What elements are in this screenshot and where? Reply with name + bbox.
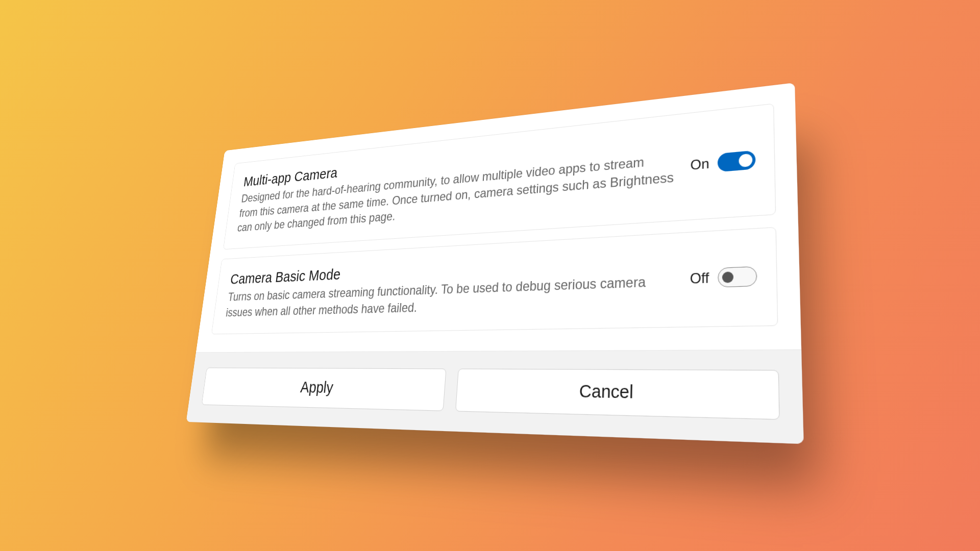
setting-text: Camera Basic Mode Turns on basic camera … [225,249,674,320]
camera-basic-mode-toggle[interactable] [718,266,757,287]
toggle-state-label: Off [690,269,709,287]
setting-multi-app-camera: Multi-app Camera Designed for the hard-o… [223,104,776,250]
perspective-stage: Multi-app Camera Designed for the hard-o… [186,83,804,444]
cancel-button[interactable]: Cancel [455,369,780,420]
settings-panel: Multi-app Camera Designed for the hard-o… [186,83,804,444]
toggle-group: Off [690,266,757,288]
toggle-knob-icon [722,271,733,283]
apply-button[interactable]: Apply [202,368,447,411]
toggle-group: On [690,150,755,174]
toggle-knob-icon [739,153,752,167]
setting-text: Multi-app Camera Designed for the hard-o… [236,129,674,235]
settings-list: Multi-app Camera Designed for the hard-o… [196,83,801,353]
toggle-state-label: On [690,155,709,173]
multi-app-camera-toggle[interactable] [718,150,755,172]
dialog-footer: Apply Cancel [186,349,804,444]
